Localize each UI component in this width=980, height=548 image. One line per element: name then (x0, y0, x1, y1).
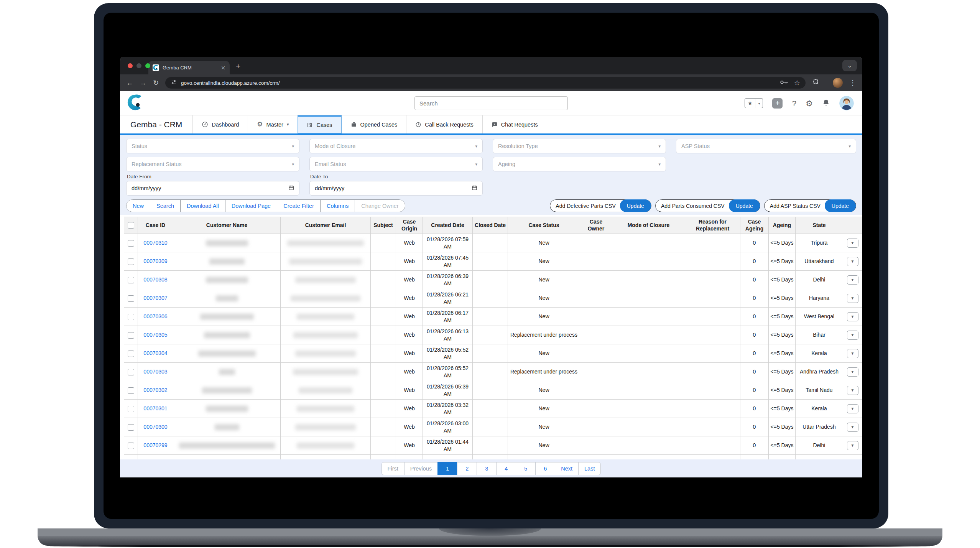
search-button[interactable]: Search (150, 200, 181, 212)
nav-tab-call-back-requests[interactable]: Call Back Requests (406, 115, 482, 133)
page-3-button[interactable]: 3 (477, 462, 497, 475)
filter-ageing[interactable]: Ageing▾ (493, 157, 666, 171)
case-status-cell: New (508, 289, 580, 308)
case-id-link[interactable]: 00070307 (143, 295, 167, 301)
row-dropdown-button[interactable]: ▼ (847, 441, 858, 450)
columns-button[interactable]: Columns (321, 200, 355, 212)
browser-profile-avatar[interactable] (833, 78, 843, 88)
zoom-window-button[interactable] (145, 63, 150, 68)
add-button[interactable]: + (772, 98, 783, 109)
reload-icon[interactable]: ↻ (153, 79, 159, 86)
extensions-icon[interactable] (812, 79, 819, 87)
row-checkbox[interactable] (128, 277, 134, 283)
row-checkbox[interactable] (128, 240, 134, 247)
nav-tab-opened-cases[interactable]: Opened Cases (342, 115, 406, 133)
filter-status[interactable]: Status▾ (126, 139, 299, 153)
nav-tab-chat-requests[interactable]: Chat Requests (482, 115, 547, 133)
row-checkbox[interactable] (128, 332, 134, 339)
row-dropdown-button[interactable]: ▼ (847, 404, 858, 413)
case-id-link[interactable]: 00070306 (143, 313, 167, 319)
nav-tab-cases[interactable]: Cases (298, 115, 341, 133)
row-checkbox[interactable] (128, 295, 134, 302)
case-id-link[interactable]: 00070308 (143, 276, 167, 283)
user-avatar[interactable] (839, 96, 854, 110)
close-window-button[interactable] (128, 63, 133, 68)
nav-tab-dashboard[interactable]: Dashboard (192, 115, 248, 133)
minimize-window-button[interactable] (136, 63, 141, 68)
page-6-button[interactable]: 6 (535, 462, 555, 475)
tab-search-chevron-button[interactable]: ⌄ (842, 60, 857, 71)
date-from-input[interactable]: dd/mm/yyyy (126, 181, 299, 196)
page-2-button[interactable]: 2 (457, 462, 477, 475)
forward-icon[interactable]: → (140, 79, 146, 86)
filter-mode-of-closure[interactable]: Mode of Closure▾ (309, 139, 483, 153)
case-id-link[interactable]: 00070304 (143, 350, 167, 356)
row-dropdown-button[interactable]: ▼ (847, 349, 858, 358)
create-filter-button[interactable]: Create Filter (277, 200, 321, 212)
case-id-link[interactable]: 00070303 (143, 369, 167, 375)
row-checkbox[interactable] (128, 258, 134, 265)
favorite-caret-icon[interactable]: ▾ (755, 99, 763, 108)
page-next-button[interactable]: Next (555, 462, 579, 475)
bookmark-star-icon[interactable]: ☆ (794, 79, 800, 86)
update-button[interactable]: Update (620, 199, 651, 212)
page-5-button[interactable]: 5 (516, 462, 536, 475)
password-key-icon[interactable] (780, 79, 788, 86)
site-settings-icon[interactable] (171, 79, 177, 87)
gear-icon[interactable]: ⚙ (806, 99, 813, 107)
case-id-link[interactable]: 00070309 (143, 258, 167, 264)
row-dropdown-button[interactable]: ▼ (847, 367, 858, 377)
row-dropdown-button[interactable]: ▼ (847, 331, 858, 340)
nav-tab-master[interactable]: ⚙Master▾ (248, 115, 298, 133)
row-checkbox[interactable] (128, 387, 134, 394)
filter-replacement-status[interactable]: Replacement Status▾ (126, 157, 299, 171)
browser-tab[interactable]: Gemba CRM ✕ (148, 61, 230, 74)
case-id-link[interactable]: 00070299 (143, 442, 167, 448)
row-dropdown-button[interactable]: ▼ (847, 386, 858, 395)
case-id-link[interactable]: 00070300 (143, 424, 167, 430)
download-page-button[interactable]: Download Page (225, 200, 277, 212)
address-bar[interactable]: govo.centralindia.cloudapp.azure.com/crm… (165, 77, 806, 89)
case-id-link[interactable]: 00070302 (143, 387, 167, 393)
back-icon[interactable]: ← (126, 79, 133, 86)
row-dropdown-button[interactable]: ▼ (847, 275, 858, 285)
row-checkbox[interactable] (128, 424, 134, 431)
calendar-icon[interactable] (472, 185, 477, 192)
global-search-input[interactable] (414, 96, 568, 110)
update-button[interactable]: Update (825, 199, 856, 212)
row-checkbox[interactable] (128, 369, 134, 375)
new-button[interactable]: New (127, 200, 150, 212)
select-all-checkbox[interactable] (128, 222, 134, 229)
calendar-icon[interactable] (288, 185, 294, 192)
case-id-cell: 00070299 (138, 436, 173, 455)
page-last-button[interactable]: Last (578, 462, 601, 475)
favorite-split-button[interactable]: ★ ▾ (745, 98, 763, 108)
row-dropdown-button[interactable]: ▼ (847, 423, 858, 432)
help-icon[interactable]: ? (792, 99, 796, 107)
row-dropdown-button[interactable]: ▼ (847, 294, 858, 303)
case-id-link[interactable]: 00070310 (143, 240, 167, 246)
row-checkbox[interactable] (128, 314, 134, 320)
new-tab-button[interactable]: + (236, 62, 240, 71)
browser-menu-icon[interactable]: ⋮ (849, 79, 856, 86)
case-id-link[interactable]: 00070301 (143, 405, 167, 411)
filter-resolution-type[interactable]: Resolution Type▾ (493, 139, 666, 153)
filter-email-status[interactable]: Email Status▾ (309, 157, 483, 171)
tab-close-icon[interactable]: ✕ (221, 65, 225, 71)
row-dropdown-button[interactable]: ▼ (847, 239, 858, 248)
page-4-button[interactable]: 4 (496, 462, 516, 475)
row-dropdown-button[interactable]: ▼ (847, 257, 858, 266)
bell-icon[interactable] (822, 99, 830, 108)
case-id-cell: 00070310 (138, 234, 173, 252)
download-all-button[interactable]: Download All (181, 200, 225, 212)
row-dropdown-button[interactable]: ▼ (847, 312, 858, 321)
row-checkbox[interactable] (128, 443, 134, 449)
filter-asp-status[interactable]: ASP Status▾ (676, 139, 856, 153)
favorite-star-icon[interactable]: ★ (745, 99, 755, 108)
page-1-button[interactable]: 1 (437, 462, 457, 475)
row-checkbox[interactable] (128, 351, 134, 357)
row-checkbox[interactable] (128, 406, 134, 412)
case-id-link[interactable]: 00070305 (143, 332, 167, 338)
update-button[interactable]: Update (729, 199, 760, 212)
date-to-input[interactable]: dd/mm/yyyy (309, 181, 483, 196)
